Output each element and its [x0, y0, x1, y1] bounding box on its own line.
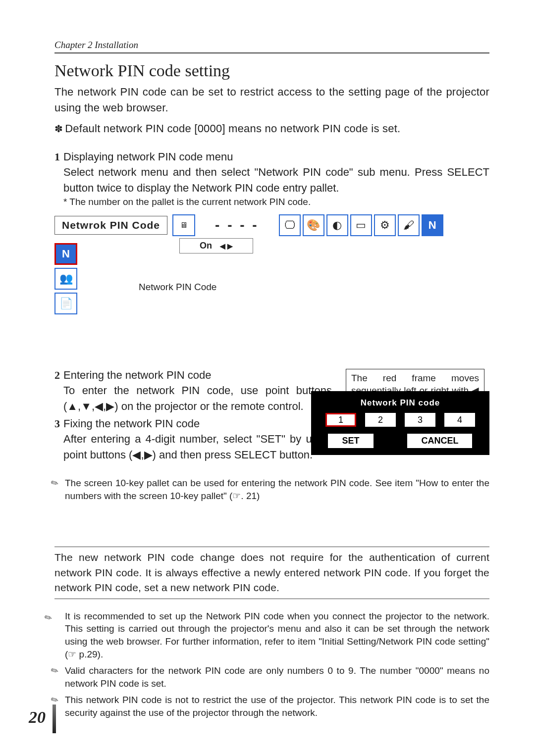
- step-1-footnote: * The number on the pallet is the curren…: [63, 197, 489, 207]
- osd-submenu-icon: 🖥: [172, 214, 195, 236]
- keypad-digit-3[interactable]: 3: [405, 413, 435, 427]
- step-number-3: 3: [54, 417, 63, 463]
- step-number-1: 1: [54, 151, 63, 208]
- osd-pin-value: - - - -: [200, 217, 274, 233]
- after-note-3: This network PIN code is not to restrict…: [65, 694, 489, 719]
- house-icon: 🖵: [279, 214, 301, 236]
- keypad-cancel-button[interactable]: CANCEL: [407, 434, 472, 448]
- osd-caption: Network PIN Code: [139, 282, 216, 293]
- step-3-text: After entering a 4-digit number, select …: [63, 431, 332, 463]
- osd-top-icons: 🖵 🎨 ◐ ▭ ⚙ 🖌 N: [279, 214, 443, 236]
- keypad-set-button[interactable]: SET: [328, 434, 373, 448]
- left-right-arrows-icon: [220, 241, 233, 251]
- step-3-heading: Fixing the network PIN code: [63, 417, 332, 430]
- aspect-icon: ▭: [350, 214, 372, 236]
- page-icon: 📄: [54, 293, 77, 314]
- step-number-2: 2: [54, 369, 63, 414]
- contrast-icon: ◐: [326, 214, 348, 236]
- users-icon: 👥: [54, 268, 77, 290]
- osd-menu-bar: Netwrok PIN Code 🖥 - - - - 🖵 🎨 ◐ ▭ ⚙ 🖌 N: [54, 214, 489, 236]
- chapter-header: Chapter 2 Installation: [54, 40, 489, 53]
- osd-on-pill: On: [179, 238, 253, 253]
- asterisk-icon: ✽: [54, 122, 63, 136]
- keypad-digit-2[interactable]: 2: [365, 413, 396, 427]
- step-1-text: Select network menu and then select "Net…: [63, 164, 489, 196]
- brush-icon: 🖌: [398, 214, 420, 236]
- page-number-bar-icon: [53, 705, 56, 733]
- step-1-heading: Displaying network PIN code menu: [63, 151, 489, 163]
- pin-keypad: Network PIN code 1 2 3 4 SET CANCEL: [311, 391, 489, 455]
- after-note-1: It is recommended to set up the Network …: [65, 610, 489, 661]
- keypad-digit-1[interactable]: 1: [325, 413, 356, 427]
- notice-text: The new network PIN code change does not…: [54, 550, 489, 595]
- step-2-text: To enter the network PIN code, use point…: [63, 383, 332, 414]
- keypad-title: Network PIN code: [317, 398, 483, 408]
- network-menu-icon: N: [54, 243, 77, 265]
- step-2-heading: Entering the network PIN code: [63, 369, 332, 382]
- network-icon: N: [422, 214, 443, 236]
- section-title: Network PIN code setting: [54, 61, 489, 80]
- keypad-digit-4[interactable]: 4: [444, 413, 475, 427]
- osd-pin-label: Netwrok PIN Code: [54, 216, 167, 235]
- page-number: 20: [29, 705, 56, 733]
- palette-icon: 🎨: [303, 214, 324, 236]
- after-note-2: Valid characters for the network PIN cod…: [65, 664, 489, 690]
- gear-icon: ⚙: [374, 214, 396, 236]
- intro-paragraph-2: ✽Default network PIN code [0000] means n…: [54, 121, 489, 137]
- intro-paragraph-1: The network PIN code can be set to restr…: [54, 84, 489, 116]
- osd-side-icons: N 👥 📄: [54, 243, 79, 314]
- pallet-note: The screen 10-key pallet can be used for…: [65, 477, 489, 502]
